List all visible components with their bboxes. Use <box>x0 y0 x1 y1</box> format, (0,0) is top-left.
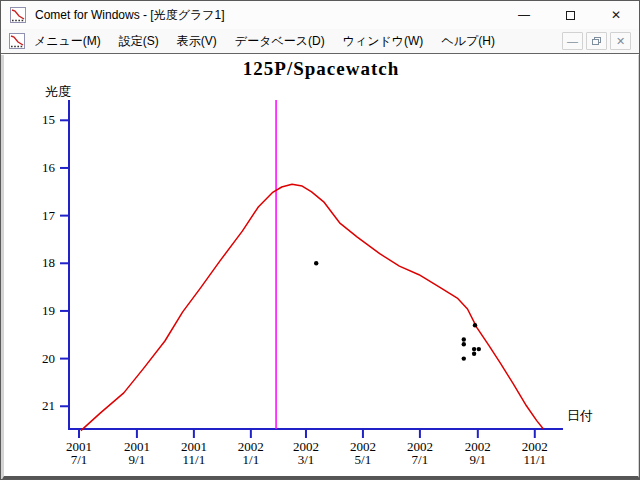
app-window: Comet for Windows - [光度グラフ1] — ✕ メニュー(M)… <box>0 0 640 480</box>
light-curve-plot: 1516171819202120017/120019/1200111/12002… <box>1 1 640 480</box>
x-tick-label-date: 1/1 <box>243 452 260 467</box>
observation-point <box>462 337 466 341</box>
y-tick-label: 15 <box>42 112 55 127</box>
observation-point <box>472 352 476 356</box>
x-tick-label-date: 7/1 <box>71 452 88 467</box>
y-tick-label: 20 <box>42 351 55 366</box>
observation-point <box>462 356 466 360</box>
x-tick-label-date: 9/1 <box>129 452 146 467</box>
x-tick-label-date: 11/1 <box>183 452 206 467</box>
observation-point <box>462 342 466 346</box>
x-tick-label-date: 5/1 <box>355 452 372 467</box>
observation-point <box>472 347 476 351</box>
observation-point <box>477 347 481 351</box>
observation-point <box>473 323 477 327</box>
y-tick-label: 19 <box>42 303 55 318</box>
y-tick-label: 16 <box>42 160 56 175</box>
x-tick-label-date: 3/1 <box>298 452 315 467</box>
x-tick-label-date: 11/1 <box>523 452 546 467</box>
y-tick-label: 18 <box>42 255 55 270</box>
observation-point <box>314 261 318 265</box>
light-curve <box>81 184 543 430</box>
x-tick-label-date: 7/1 <box>412 452 429 467</box>
x-tick-label-date: 9/1 <box>470 452 487 467</box>
y-tick-label: 21 <box>42 398 55 413</box>
y-tick-label: 17 <box>42 208 56 223</box>
